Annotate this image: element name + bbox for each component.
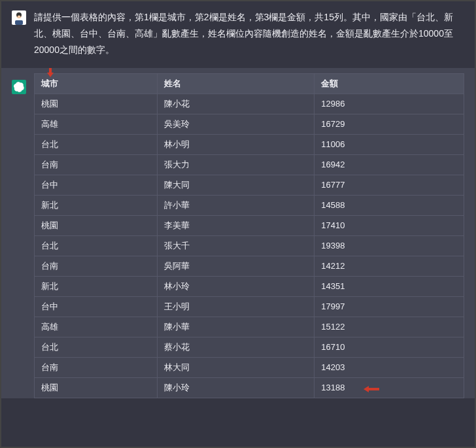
table-row: 桃園李美華17410	[35, 215, 464, 235]
table-cell: 張大千	[158, 235, 314, 256]
table-row: 台北張大千19398	[35, 235, 464, 256]
user-message-row: 請提供一個表格的內容，第1欄是城市，第2欄是姓名，第3欄是金額，共15列。其中，…	[1, 1, 475, 68]
user-message-text: 請提供一個表格的內容，第1欄是城市，第2欄是姓名，第3欄是金額，共15列。其中，…	[34, 8, 464, 59]
col-header-amount: 金額	[314, 73, 464, 94]
table-cell: 王小明	[158, 296, 314, 317]
table-cell: 陳大同	[158, 175, 314, 195]
table-row: 台南林大同14203	[35, 357, 464, 377]
table-cell: 台南	[35, 357, 158, 377]
table-row: 新北林小玲14351	[35, 276, 464, 296]
table-cell: 張大力	[158, 154, 314, 175]
table-cell: 陳小花	[158, 94, 314, 114]
table-cell: 台北	[35, 337, 158, 357]
table-cell: 14588	[314, 195, 464, 215]
table-row: 台中陳大同16777	[35, 175, 464, 195]
table-row: 新北許小華14588	[35, 195, 464, 215]
table-cell: 16777	[314, 175, 464, 195]
table-cell: 林大同	[158, 357, 314, 377]
table-cell: 桃園	[35, 215, 158, 235]
table-cell: 李美華	[158, 215, 314, 235]
table-cell: 台中	[35, 175, 158, 195]
table-cell: 林小玲	[158, 276, 314, 296]
table-cell: 吳阿華	[158, 256, 314, 276]
table-cell: 蔡小花	[158, 337, 314, 357]
table-cell: 台南	[35, 256, 158, 276]
table-row: 高雄陳小華15122	[35, 317, 464, 337]
table-cell: 17997	[314, 296, 464, 317]
table-cell: 高雄	[35, 114, 158, 134]
table-cell: 14351	[314, 276, 464, 296]
table-row: 桃園陳小花12986	[35, 94, 464, 114]
table-cell: 陳小華	[158, 317, 314, 337]
table-cell: 17410	[314, 215, 464, 235]
annotation-arrow-left-icon	[364, 382, 379, 396]
annotation-arrow-down-icon	[47, 67, 54, 80]
table-cell: 台北	[35, 235, 158, 256]
table-row: 台南張大力16942	[35, 154, 464, 175]
table-cell: 15122	[314, 317, 464, 337]
table-cell: 台南	[35, 154, 158, 175]
table-cell: 台中	[35, 296, 158, 317]
table-cell: 14203	[314, 357, 464, 377]
table-header-row: 城市 姓名 金額	[35, 73, 464, 94]
table-row: 台北林小明11006	[35, 134, 464, 154]
table-cell: 12986	[314, 94, 464, 114]
table-row: 台北蔡小花16710	[35, 337, 464, 357]
table-cell: 陳小玲	[158, 377, 314, 398]
user-avatar	[12, 10, 26, 25]
table-cell: 台北	[35, 134, 158, 154]
table-row: 台中王小明17997	[35, 296, 464, 317]
table-cell: 16710	[314, 337, 464, 357]
table-cell: 新北	[35, 195, 158, 215]
table-cell: 許小華	[158, 195, 314, 215]
table-cell: 14212	[314, 256, 464, 276]
table-body: 桃園陳小花12986高雄吳美玲16729台北林小明11006台南張大力16942…	[35, 94, 464, 398]
table-row: 桃園陳小玲13188	[35, 377, 464, 398]
assistant-avatar	[12, 80, 26, 94]
svg-rect-1	[15, 20, 23, 25]
table-cell: 19398	[314, 235, 464, 256]
table-cell: 新北	[35, 276, 158, 296]
table-row: 高雄吳美玲16729	[35, 114, 464, 134]
table-cell: 桃園	[35, 94, 158, 114]
table-cell: 桃園	[35, 377, 158, 398]
assistant-table-container: 城市 姓名 金額 桃園陳小花12986高雄吳美玲16729台北林小明11006台…	[34, 68, 464, 398]
table-cell: 13188	[314, 377, 464, 398]
table-cell: 16729	[314, 114, 464, 134]
table-row: 台南吳阿華14212	[35, 256, 464, 276]
table-cell: 林小明	[158, 134, 314, 154]
assistant-message-row: 城市 姓名 金額 桃園陳小花12986高雄吳美玲16729台北林小明11006台…	[1, 68, 475, 398]
col-header-name: 姓名	[158, 73, 314, 94]
table-cell: 11006	[314, 134, 464, 154]
table-cell: 吳美玲	[158, 114, 314, 134]
table-cell: 高雄	[35, 317, 158, 337]
table-cell: 16942	[314, 154, 464, 175]
data-table: 城市 姓名 金額 桃園陳小花12986高雄吳美玲16729台北林小明11006台…	[34, 73, 464, 398]
